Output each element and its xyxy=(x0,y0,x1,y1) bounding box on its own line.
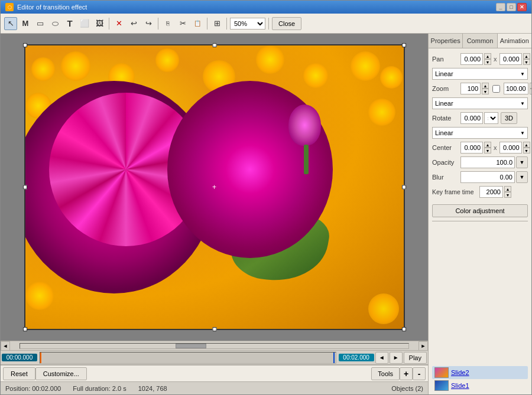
center-separator: x xyxy=(494,144,497,151)
handle-top-right[interactable] xyxy=(402,43,406,47)
tab-animation[interactable]: Animation xyxy=(498,34,531,48)
blur-dropdown-btn[interactable]: ▼ xyxy=(516,171,528,183)
pan-x-down[interactable]: ▼ xyxy=(484,59,491,65)
pan-x-up[interactable]: ▲ xyxy=(484,53,491,59)
pan-y-down[interactable]: ▼ xyxy=(523,59,530,65)
pan-x-separator: x xyxy=(494,56,497,63)
center-x-down[interactable]: ▼ xyxy=(484,148,491,154)
close-editor-button[interactable]: Close xyxy=(272,17,301,30)
keyframe-label: Key frame time xyxy=(432,188,477,195)
text-tool-button[interactable]: M xyxy=(19,17,32,30)
yellow-flower-2 xyxy=(61,51,90,81)
play-button[interactable]: Play xyxy=(404,352,427,364)
reset-button[interactable]: Reset xyxy=(3,367,35,380)
zoom-val2-up[interactable]: ▲ xyxy=(530,83,531,89)
status-objects: Objects (2) xyxy=(391,385,423,392)
center-x-input[interactable] xyxy=(460,142,483,154)
canvas-scroll[interactable]: + xyxy=(1,34,428,341)
media-tool-button[interactable]: 🖼 xyxy=(93,17,106,30)
timeline-start-label: 00:00.000 xyxy=(2,354,37,361)
keyframe-down[interactable]: ▼ xyxy=(504,192,511,198)
rotate-input[interactable] xyxy=(460,112,483,124)
zoom-val2-input[interactable] xyxy=(504,83,528,94)
zoom-up[interactable]: ▲ xyxy=(482,83,489,89)
maximize-button[interactable]: □ xyxy=(507,3,516,11)
center-x-up[interactable]: ▲ xyxy=(484,142,491,148)
cut-button[interactable]: ✂ xyxy=(176,17,189,30)
timeline-track[interactable] xyxy=(40,352,336,364)
slide1-label[interactable]: Slide1 xyxy=(451,382,469,389)
slide-item-1[interactable]: Slide1 xyxy=(432,379,528,392)
rotate-3d-button[interactable]: 3D xyxy=(501,112,517,124)
panel-scroll: Pan 0.000 ▲ ▼ x 0.000 ▲ xyxy=(429,48,531,394)
slide2-label[interactable]: Slide2 xyxy=(451,369,469,376)
pan-y-spin: ▲ ▼ xyxy=(523,53,530,65)
zoom-val2-down[interactable]: ▼ xyxy=(530,89,531,94)
keyframe-input[interactable] xyxy=(479,186,503,198)
blur-input[interactable] xyxy=(460,171,515,183)
add-button[interactable]: + xyxy=(400,367,413,380)
handle-middle-left[interactable] xyxy=(23,185,27,190)
rect-tool-button[interactable]: ▭ xyxy=(34,17,47,30)
opacity-input[interactable] xyxy=(460,156,515,168)
zoom-down[interactable]: ▼ xyxy=(482,89,489,94)
oval-tool-button[interactable]: ⬭ xyxy=(48,17,61,30)
scroll-left-button[interactable]: ◄ xyxy=(1,341,10,351)
handle-bottom-center[interactable] xyxy=(212,327,216,331)
timeline-prev-button[interactable]: ◄ xyxy=(375,352,388,364)
scroll-track[interactable] xyxy=(20,343,409,349)
keyframe-up[interactable]: ▲ xyxy=(504,186,511,192)
handle-bottom-right[interactable] xyxy=(402,327,406,331)
blur-row: Blur ▼ xyxy=(432,171,528,183)
rotate-axis-select[interactable]: ↕ ↔ xyxy=(484,112,498,124)
text2-tool-button[interactable]: T xyxy=(63,17,76,30)
timeline-next-button[interactable]: ► xyxy=(390,352,403,364)
delete-item-button[interactable]: - xyxy=(413,367,426,380)
undo-button[interactable]: ↩ xyxy=(127,17,140,30)
scroll-thumb[interactable] xyxy=(176,344,207,348)
pan-x-input[interactable]: 0.000 xyxy=(460,53,483,65)
zoom-select[interactable]: 50% 75% 100% xyxy=(230,18,265,30)
image-tool-button[interactable]: ⬜ xyxy=(78,17,91,30)
customize-button[interactable]: Customize... xyxy=(35,367,87,380)
handle-top-center[interactable] xyxy=(212,43,216,47)
handle-top-left[interactable] xyxy=(23,43,27,47)
center-y-input[interactable] xyxy=(499,142,522,154)
slide-list: Slide2 Slide1 xyxy=(429,364,531,394)
grid-button[interactable]: ⊞ xyxy=(210,17,223,30)
color-adjustment-button[interactable]: Color adjustment xyxy=(432,204,528,217)
horizontal-scrollbar[interactable]: ◄ ► xyxy=(1,341,428,350)
select-tool-button[interactable]: ↖ xyxy=(4,17,17,30)
canvas-area: + ◄ ► 00:00.000 xyxy=(1,34,428,394)
center-y-up[interactable]: ▲ xyxy=(523,142,530,148)
zoom-input[interactable] xyxy=(460,83,481,94)
minimize-button[interactable]: _ xyxy=(496,3,505,11)
zoom-interp-dropdown[interactable]: Linear ▼ xyxy=(432,97,528,109)
scroll-right-button[interactable]: ► xyxy=(419,341,428,351)
timeline-row: 00:00.000 00:02.000 ◄ ► Play xyxy=(1,351,428,365)
copy-button[interactable]: ⎘ xyxy=(161,17,174,30)
handle-middle-right[interactable] xyxy=(402,185,406,190)
pan-y-up[interactable]: ▲ xyxy=(523,53,530,59)
slide-item-2[interactable]: Slide2 xyxy=(432,366,528,379)
tools-button[interactable]: Tools xyxy=(371,367,400,380)
close-window-button[interactable]: ✕ xyxy=(517,3,527,11)
center-y-down[interactable]: ▼ xyxy=(523,148,530,154)
center-y-control: ▲ ▼ xyxy=(499,142,530,154)
pan-interp-arrow: ▼ xyxy=(520,71,525,77)
handle-bottom-left[interactable] xyxy=(23,327,27,331)
tab-common[interactable]: Common xyxy=(463,34,497,48)
tab-properties[interactable]: Properties xyxy=(429,34,463,48)
rotate-interp-dropdown[interactable]: Linear ▼ xyxy=(432,127,528,139)
pan-y-input[interactable]: 0.000 xyxy=(499,53,522,65)
pan-interp-dropdown[interactable]: Linear ▼ xyxy=(432,68,528,80)
redo-button[interactable]: ↪ xyxy=(142,17,155,30)
paste-button[interactable]: 📋 xyxy=(191,17,204,30)
delete-button[interactable]: ✕ xyxy=(112,17,125,30)
blur-control: ▼ xyxy=(460,171,528,183)
blur-label: Blur xyxy=(432,174,458,181)
zoom-checkbox[interactable] xyxy=(492,85,500,93)
separator-2 xyxy=(158,18,158,30)
opacity-dropdown-btn[interactable]: ▼ xyxy=(516,156,528,168)
canvas-container[interactable]: + xyxy=(24,44,405,330)
